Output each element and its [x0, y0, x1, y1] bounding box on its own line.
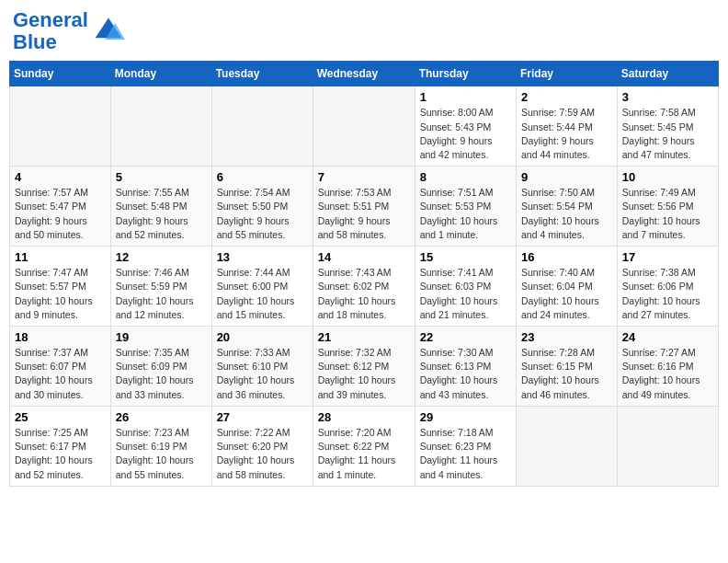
- day-info: Sunrise: 7:49 AMSunset: 5:56 PMDaylight:…: [622, 186, 713, 242]
- day-info: Sunrise: 7:40 AMSunset: 6:04 PMDaylight:…: [521, 266, 612, 322]
- day-info: Sunrise: 7:32 AMSunset: 6:12 PMDaylight:…: [318, 346, 410, 402]
- day-info: Sunrise: 7:41 AMSunset: 6:03 PMDaylight:…: [420, 266, 511, 322]
- day-number: 9: [521, 170, 612, 184]
- calendar-cell: 4Sunrise: 7:57 AMSunset: 5:47 PMDaylight…: [10, 167, 111, 247]
- day-info: Sunrise: 8:00 AMSunset: 5:43 PMDaylight:…: [420, 106, 511, 162]
- day-number: 28: [318, 410, 410, 424]
- day-info: Sunrise: 7:28 AMSunset: 6:15 PMDaylight:…: [521, 346, 612, 402]
- calendar-cell: [617, 406, 718, 486]
- header-sunday: Sunday: [10, 62, 111, 86]
- day-info: Sunrise: 7:55 AMSunset: 5:48 PMDaylight:…: [116, 186, 207, 242]
- calendar-cell: 14Sunrise: 7:43 AMSunset: 6:02 PMDayligh…: [313, 247, 415, 327]
- day-number: 12: [116, 250, 207, 264]
- calendar-cell: 25Sunrise: 7:25 AMSunset: 6:17 PMDayligh…: [10, 406, 111, 486]
- header-wednesday: Wednesday: [313, 62, 415, 86]
- calendar-cell: 21Sunrise: 7:32 AMSunset: 6:12 PMDayligh…: [313, 327, 415, 407]
- day-info: Sunrise: 7:58 AMSunset: 5:45 PMDaylight:…: [622, 106, 713, 162]
- calendar-cell: 6Sunrise: 7:54 AMSunset: 5:50 PMDaylight…: [211, 167, 313, 247]
- day-number: 3: [622, 90, 713, 104]
- calendar-cell: 28Sunrise: 7:20 AMSunset: 6:22 PMDayligh…: [313, 406, 415, 486]
- calendar-cell: [313, 86, 415, 167]
- day-info: Sunrise: 7:53 AMSunset: 5:51 PMDaylight:…: [318, 186, 410, 242]
- day-info: Sunrise: 7:23 AMSunset: 6:19 PMDaylight:…: [116, 426, 207, 482]
- day-info: Sunrise: 7:37 AMSunset: 6:07 PMDaylight:…: [15, 346, 106, 402]
- calendar-cell: 22Sunrise: 7:30 AMSunset: 6:13 PMDayligh…: [415, 327, 516, 407]
- day-info: Sunrise: 7:27 AMSunset: 6:16 PMDaylight:…: [622, 346, 713, 402]
- calendar-cell: 12Sunrise: 7:46 AMSunset: 5:59 PMDayligh…: [110, 247, 211, 327]
- calendar-cell: [211, 86, 313, 167]
- day-number: 17: [622, 250, 713, 264]
- day-info: Sunrise: 7:33 AMSunset: 6:10 PMDaylight:…: [217, 346, 308, 402]
- day-info: Sunrise: 7:54 AMSunset: 5:50 PMDaylight:…: [217, 186, 308, 242]
- day-info: Sunrise: 7:43 AMSunset: 6:02 PMDaylight:…: [318, 266, 410, 322]
- day-number: 18: [15, 330, 106, 344]
- weekday-header-row: SundayMondayTuesdayWednesdayThursdayFrid…: [10, 62, 719, 86]
- day-info: Sunrise: 7:57 AMSunset: 5:47 PMDaylight:…: [15, 186, 106, 242]
- calendar-cell: 27Sunrise: 7:22 AMSunset: 6:20 PMDayligh…: [211, 406, 313, 486]
- calendar-cell: [10, 86, 111, 167]
- week-row-3: 11Sunrise: 7:47 AMSunset: 5:57 PMDayligh…: [10, 247, 719, 327]
- day-info: Sunrise: 7:59 AMSunset: 5:44 PMDaylight:…: [521, 106, 612, 162]
- calendar-cell: 23Sunrise: 7:28 AMSunset: 6:15 PMDayligh…: [517, 327, 618, 407]
- day-info: Sunrise: 7:47 AMSunset: 5:57 PMDaylight:…: [15, 266, 106, 322]
- week-row-5: 25Sunrise: 7:25 AMSunset: 6:17 PMDayligh…: [10, 406, 719, 486]
- page-header: General Blue: [9, 9, 719, 53]
- header-saturday: Saturday: [617, 62, 718, 86]
- calendar-cell: 2Sunrise: 7:59 AMSunset: 5:44 PMDaylight…: [517, 86, 618, 167]
- calendar-cell: 24Sunrise: 7:27 AMSunset: 6:16 PMDayligh…: [617, 327, 718, 407]
- calendar-cell: 26Sunrise: 7:23 AMSunset: 6:19 PMDayligh…: [110, 406, 211, 486]
- day-number: 10: [622, 170, 713, 184]
- day-number: 29: [420, 410, 511, 424]
- day-info: Sunrise: 7:35 AMSunset: 6:09 PMDaylight:…: [116, 346, 207, 402]
- day-info: Sunrise: 7:46 AMSunset: 5:59 PMDaylight:…: [116, 266, 207, 322]
- day-number: 23: [521, 330, 612, 344]
- calendar-cell: 5Sunrise: 7:55 AMSunset: 5:48 PMDaylight…: [110, 167, 211, 247]
- calendar-cell: 15Sunrise: 7:41 AMSunset: 6:03 PMDayligh…: [415, 247, 516, 327]
- logo-icon: [92, 15, 125, 48]
- logo-text: General Blue: [13, 9, 88, 53]
- day-number: 25: [15, 410, 106, 424]
- calendar-cell: 13Sunrise: 7:44 AMSunset: 6:00 PMDayligh…: [211, 247, 313, 327]
- calendar-cell: 11Sunrise: 7:47 AMSunset: 5:57 PMDayligh…: [10, 247, 111, 327]
- calendar-cell: 19Sunrise: 7:35 AMSunset: 6:09 PMDayligh…: [110, 327, 211, 407]
- calendar-cell: [517, 406, 618, 486]
- header-thursday: Thursday: [415, 62, 516, 86]
- day-number: 22: [420, 330, 511, 344]
- logo: General Blue: [13, 9, 125, 53]
- header-friday: Friday: [517, 62, 618, 86]
- day-info: Sunrise: 7:20 AMSunset: 6:22 PMDaylight:…: [318, 426, 410, 482]
- calendar-cell: 1Sunrise: 8:00 AMSunset: 5:43 PMDaylight…: [415, 86, 516, 167]
- calendar-cell: 8Sunrise: 7:51 AMSunset: 5:53 PMDaylight…: [415, 167, 516, 247]
- week-row-1: 1Sunrise: 8:00 AMSunset: 5:43 PMDaylight…: [10, 86, 719, 167]
- calendar-cell: 7Sunrise: 7:53 AMSunset: 5:51 PMDaylight…: [313, 167, 415, 247]
- day-number: 4: [15, 170, 106, 184]
- day-info: Sunrise: 7:50 AMSunset: 5:54 PMDaylight:…: [521, 186, 612, 242]
- day-number: 14: [318, 250, 410, 264]
- calendar-cell: 17Sunrise: 7:38 AMSunset: 6:06 PMDayligh…: [617, 247, 718, 327]
- day-number: 20: [217, 330, 308, 344]
- day-number: 15: [420, 250, 511, 264]
- day-number: 5: [116, 170, 207, 184]
- day-info: Sunrise: 7:25 AMSunset: 6:17 PMDaylight:…: [15, 426, 106, 482]
- day-info: Sunrise: 7:30 AMSunset: 6:13 PMDaylight:…: [420, 346, 511, 402]
- day-number: 7: [318, 170, 410, 184]
- day-number: 2: [521, 90, 612, 104]
- header-monday: Monday: [110, 62, 211, 86]
- calendar-cell: 9Sunrise: 7:50 AMSunset: 5:54 PMDaylight…: [517, 167, 618, 247]
- day-number: 27: [217, 410, 308, 424]
- day-info: Sunrise: 7:44 AMSunset: 6:00 PMDaylight:…: [217, 266, 308, 322]
- day-number: 24: [622, 330, 713, 344]
- day-number: 13: [217, 250, 308, 264]
- day-number: 26: [116, 410, 207, 424]
- day-number: 21: [318, 330, 410, 344]
- day-info: Sunrise: 7:22 AMSunset: 6:20 PMDaylight:…: [217, 426, 308, 482]
- calendar-cell: [110, 86, 211, 167]
- day-number: 16: [521, 250, 612, 264]
- week-row-2: 4Sunrise: 7:57 AMSunset: 5:47 PMDaylight…: [10, 167, 719, 247]
- day-info: Sunrise: 7:38 AMSunset: 6:06 PMDaylight:…: [622, 266, 713, 322]
- calendar-cell: 20Sunrise: 7:33 AMSunset: 6:10 PMDayligh…: [211, 327, 313, 407]
- header-tuesday: Tuesday: [211, 62, 313, 86]
- day-info: Sunrise: 7:51 AMSunset: 5:53 PMDaylight:…: [420, 186, 511, 242]
- week-row-4: 18Sunrise: 7:37 AMSunset: 6:07 PMDayligh…: [10, 327, 719, 407]
- day-info: Sunrise: 7:18 AMSunset: 6:23 PMDaylight:…: [420, 426, 511, 482]
